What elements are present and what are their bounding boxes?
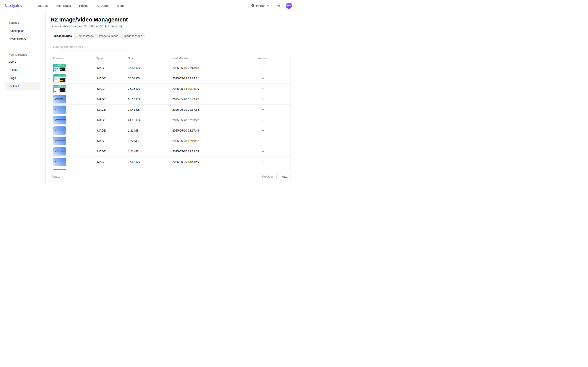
nav-link-ai-demo[interactable]: AI Demo (97, 4, 109, 7)
pagination: Page 1 Previous Next (51, 173, 291, 180)
table-row: What Makes Nexty.dev Stand OutExploring … (51, 115, 290, 125)
cell-size: 36.35 KB (126, 87, 170, 91)
nav-link-tech-stack[interactable]: Tech Stack (56, 4, 71, 7)
sidebar: SettingsSubscriptionCredit History ADMIN… (0, 11, 46, 184)
main-nav: FeaturesTech StackPricingAI DemoBlogs (36, 4, 125, 7)
cell-last-modified: 2025-05-13 22:24:31 (170, 77, 256, 80)
row-actions-menu-button[interactable]: ⋯ (259, 159, 265, 165)
row-actions-menu-button[interactable]: ⋯ (259, 117, 265, 123)
avatar[interactable]: <N> (286, 3, 292, 9)
cell-last-modified: 2025-05-20 01:43:26 (170, 98, 256, 101)
column-header-last-modified: Last Modified (170, 57, 256, 60)
file-thumbnail: Nexty.dev 的独特优势详细介绍 Nexty.dev 相对于竞品的独特优势 (53, 106, 66, 114)
cell-actions: ⋯ (256, 149, 290, 154)
column-header-type: Type (94, 57, 126, 60)
files-table: PreviewTypeSizeLast ModifiedActions 多场景全… (51, 54, 291, 170)
tab-list: Blogs ImagesText to ImageImage to ImageI… (51, 33, 145, 39)
row-actions-menu-button[interactable]: ⋯ (259, 128, 265, 133)
column-header-preview: Preview (51, 57, 94, 60)
cell-preview: What Makes Nexty.dev Stand OutExploring … (51, 116, 94, 124)
row-actions-menu-button[interactable]: ⋯ (259, 149, 265, 154)
cell-type: IMAGE (94, 77, 126, 80)
table-row: 最新の フルスタック SaaS テンプレートIMAGE36.35 KB2025-… (51, 84, 290, 94)
cell-preview: 最新の フルスタック SaaS テンプレート (51, 85, 94, 93)
cell-actions: ⋯ (256, 128, 290, 133)
file-thumbnail-clipped (53, 169, 66, 170)
cell-preview: サブディレクトリ統合でドメイン権威性を向上コンテンツ統合と権威性のSEOメリット… (51, 147, 94, 156)
sidebar-item-subscription[interactable]: Subscription (5, 27, 40, 35)
file-thumbnail: A Modern Full-Stack SaaS Template (53, 74, 66, 83)
row-actions-menu-button[interactable]: ⋯ (259, 107, 265, 113)
logo[interactable]: Nexty.dev (5, 3, 23, 8)
cell-last-modified: 2025-05-20 02:03:22 (170, 118, 256, 122)
theme-toggle-button[interactable] (275, 2, 282, 9)
filter-input[interactable] (51, 43, 130, 50)
cell-size: 65.19 KB (126, 98, 170, 101)
cell-preview: 整合子目录网站和内容平台，提升搜索电话流量用子目录整合多个站点内容，让主域名积累… (51, 126, 94, 135)
row-actions-menu-button[interactable]: ⋯ (259, 65, 265, 71)
nav-link-pricing[interactable]: Pricing (79, 4, 88, 7)
cell-actions: ⋯ (256, 65, 290, 71)
page-indicator: Page 1 (51, 175, 60, 178)
table-row: Nexty.dev 的独特优势详细介绍 Nexty.dev 相对于竞品的独特优势… (51, 94, 290, 105)
next-page-button[interactable]: Next (278, 173, 291, 180)
row-actions-menu-button[interactable]: ⋯ (259, 96, 265, 102)
table-row-partial (51, 167, 290, 170)
row-actions-menu-button[interactable]: ⋯ (259, 138, 265, 144)
chevron-down-icon (267, 5, 269, 7)
cell-size: 1.21 MB (126, 129, 170, 132)
cell-size: 1.22 MB (126, 139, 170, 142)
language-label: English (256, 4, 265, 7)
file-thumbnail: 多场景全栈 SaaS 开发模板 (53, 64, 66, 72)
cell-preview: Nexty.dev 的独特优势详细介绍 Nexty.dev 相对于竞品的独特优势 (51, 95, 94, 103)
tab-image-to-image[interactable]: Image to Image (96, 33, 121, 39)
sidebar-item-r2-files[interactable]: R2 Files (5, 82, 40, 90)
file-thumbnail: サブディレクトリ統合でドメイン権威性を向上コンテンツ統合と権威性のSEOメリット… (53, 158, 66, 166)
app-window: Nexty.dev FeaturesTech StackPricingAI De… (0, 0, 294, 184)
cell-actions: ⋯ (256, 107, 290, 113)
row-actions-menu-button[interactable]: ⋯ (259, 86, 265, 92)
cell-size: 35.83 KB (126, 66, 170, 70)
table-body: 多场景全栈 SaaS 开发模板IMAGE35.83 KB2025-05-10 2… (51, 63, 290, 167)
sun-icon (277, 4, 281, 7)
cell-actions: ⋯ (256, 159, 290, 165)
cell-preview: Nexty.dev 的独特优势详细介绍 Nexty.dev 相对于竞品的独特优势 (51, 106, 94, 114)
cell-last-modified: 2025-05-20 12:19:52 (170, 139, 256, 142)
sidebar-admin-nav: UsersPricesBlogsR2 Files (5, 58, 40, 90)
tab-blogs-images[interactable]: Blogs Images (51, 33, 75, 39)
cell-type: IMAGE (94, 98, 126, 101)
cell-size: 17.82 KB (126, 160, 170, 163)
language-selector[interactable]: English (248, 2, 272, 9)
cell-type: IMAGE (94, 87, 126, 91)
sidebar-item-settings[interactable]: Settings (5, 19, 40, 27)
tab-text-to-image[interactable]: Text to Image (75, 33, 96, 39)
cell-preview: サブディレクトリ統合でドメイン権威性を向上コンテンツ統合と権威性のSEOメリット… (51, 158, 94, 166)
table-header-row: PreviewTypeSizeLast ModifiedActions (51, 54, 290, 63)
sidebar-item-blogs[interactable]: Blogs (5, 74, 40, 82)
row-actions-menu-button[interactable]: ⋯ (259, 75, 265, 81)
column-header-actions: Actions (256, 57, 290, 60)
cell-preview: Boost Domain Authority with Subdirectory… (51, 137, 94, 145)
nav-link-blogs[interactable]: Blogs (117, 4, 125, 7)
globe-icon (251, 4, 255, 7)
table-row: 多场景全栈 SaaS 开发模板IMAGE35.83 KB2025-05-10 2… (51, 63, 290, 73)
sidebar-item-users[interactable]: Users (5, 58, 40, 66)
cell-preview: 多场景全栈 SaaS 开发模板 (51, 64, 94, 72)
cell-actions: ⋯ (256, 96, 290, 102)
file-thumbnail: Boost Domain Authority with Subdirectory… (53, 137, 66, 145)
cell-type: IMAGE (94, 129, 126, 132)
file-thumbnail: 整合子目录网站和内容平台，提升搜索电话流量用子目录整合多个站点内容，让主域名积累… (53, 126, 66, 135)
sidebar-item-prices[interactable]: Prices (5, 66, 40, 74)
cell-type: IMAGE (94, 118, 126, 122)
cell-actions: ⋯ (256, 86, 290, 92)
cell-type: IMAGE (94, 66, 126, 70)
nav-right-controls: English <N> (248, 2, 294, 9)
sidebar-item-credit-history[interactable]: Credit History (5, 35, 40, 43)
cell-type: IMAGE (94, 160, 126, 163)
tab-image-to-video[interactable]: Image to Video (121, 33, 145, 39)
file-thumbnail: サブディレクトリ統合でドメイン権威性を向上コンテンツ統合と権威性のSEOメリット… (53, 147, 66, 156)
previous-page-button[interactable]: Previous (259, 173, 277, 180)
cell-actions: ⋯ (256, 117, 290, 123)
table-row: Boost Domain Authority with Subdirectory… (51, 136, 290, 146)
nav-link-features[interactable]: Features (36, 4, 48, 7)
